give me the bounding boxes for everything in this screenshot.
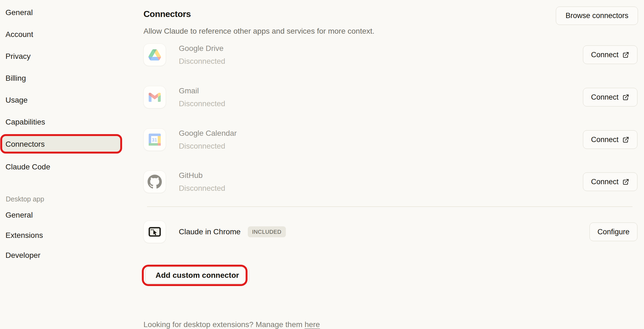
google-calendar-icon: 31	[143, 128, 166, 151]
sidebar-item-desktop-general[interactable]: General	[5, 210, 33, 220]
connector-name: Gmail	[179, 86, 225, 96]
connector-row-google-calendar: 31 Google Calendar Disconnected Connect	[143, 128, 637, 151]
connector-name: Google Drive	[179, 44, 225, 53]
connector-name: GitHub	[179, 171, 225, 180]
footer-text: Looking for desktop extensions? Manage t…	[143, 320, 303, 329]
external-link-icon	[622, 178, 629, 186]
sidebar-item-capabilities[interactable]: Capabilities	[5, 117, 45, 127]
included-badge: INCLUDED	[248, 226, 286, 237]
connector-status: Disconnected	[179, 141, 237, 151]
connector-status: Disconnected	[179, 99, 225, 109]
connector-row-claude-in-chrome: Claude in Chrome INCLUDED Configure	[143, 220, 637, 243]
connect-button-google-calendar[interactable]: Connect	[583, 130, 637, 149]
svg-text:31: 31	[152, 137, 157, 143]
sidebar-section-desktop-app: Desktop app	[6, 195, 44, 203]
connect-button-github[interactable]: Connect	[583, 172, 637, 191]
page-description: Allow Claude to reference other apps and…	[143, 26, 375, 36]
desktop-extensions-note: Looking for desktop extensions? Manage t…	[143, 320, 320, 329]
connect-button-gmail[interactable]: Connect	[583, 88, 637, 106]
sidebar-item-account[interactable]: Account	[5, 30, 33, 39]
connector-meta: Google Calendar Disconnected	[179, 128, 237, 151]
connector-row-github: GitHub Disconnected Connect	[143, 170, 637, 193]
google-drive-icon	[143, 44, 166, 66]
page-title: Connectors	[143, 9, 191, 19]
browse-connectors-button[interactable]: Browse connectors	[556, 7, 638, 25]
sidebar-item-label: Connectors	[5, 140, 45, 149]
sidebar-item-desktop-extensions[interactable]: Extensions	[5, 230, 43, 240]
connector-name: Google Calendar	[179, 128, 237, 138]
connector-status: Disconnected	[179, 56, 225, 66]
sidebar-item-desktop-developer[interactable]: Developer	[5, 250, 41, 260]
connector-status: Disconnected	[179, 183, 225, 193]
configure-button[interactable]: Configure	[590, 223, 637, 241]
external-link-icon	[622, 94, 629, 101]
connector-meta: Gmail Disconnected	[179, 86, 225, 109]
connect-button-label: Connect	[591, 93, 619, 102]
claude-in-chrome-icon	[143, 221, 166, 243]
connector-meta: Claude in Chrome INCLUDED	[179, 226, 286, 237]
section-divider	[147, 206, 633, 207]
sidebar-item-billing[interactable]: Billing	[5, 73, 26, 83]
add-custom-connector-button[interactable]: Add custom connector	[145, 267, 249, 284]
sidebar-item-general[interactable]: General	[5, 8, 33, 18]
connector-name: Claude in Chrome	[179, 227, 241, 237]
gmail-icon	[143, 86, 166, 108]
connector-row-gmail: Gmail Disconnected Connect	[143, 86, 637, 109]
connect-button-google-drive[interactable]: Connect	[583, 45, 637, 64]
external-link-icon	[622, 136, 629, 143]
sidebar-item-connectors[interactable]: Connectors	[2, 136, 120, 152]
connect-button-label: Connect	[591, 135, 619, 144]
connector-meta: Google Drive Disconnected	[179, 44, 225, 66]
sidebar-item-claude-code[interactable]: Claude Code	[5, 162, 50, 172]
connect-button-label: Connect	[591, 178, 619, 186]
connect-button-label: Connect	[591, 51, 619, 59]
manage-here-link[interactable]: here	[304, 320, 320, 329]
github-icon	[143, 171, 166, 193]
connector-row-google-drive: Google Drive Disconnected Connect	[143, 43, 637, 66]
connector-meta: GitHub Disconnected	[179, 171, 225, 193]
sidebar-item-privacy[interactable]: Privacy	[5, 51, 31, 61]
external-link-icon	[622, 51, 629, 59]
sidebar-item-usage[interactable]: Usage	[5, 95, 28, 105]
